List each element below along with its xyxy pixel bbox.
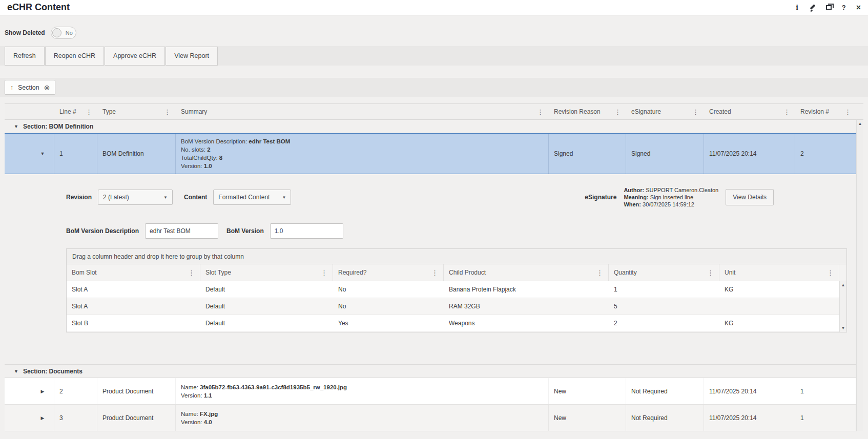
- slot-row[interactable]: Slot B Default Yes Weapons 2 KG: [67, 315, 846, 332]
- column-menu-icon[interactable]: ⋮: [430, 269, 439, 277]
- remove-group-icon[interactable]: ⊗: [44, 83, 50, 92]
- cell-expand[interactable]: ▶: [31, 405, 54, 431]
- cell-expand[interactable]: ▼: [31, 134, 54, 174]
- section-header-bom-definition[interactable]: ▼ Section: BOM Definition: [5, 120, 863, 133]
- collapse-icon[interactable]: ▼: [14, 124, 18, 129]
- titlebar-icons: i ? ×: [796, 4, 861, 12]
- cell-drag: [5, 134, 31, 174]
- cell-required: Yes: [333, 320, 444, 327]
- show-deleted-row: Show Deleted No: [5, 27, 868, 39]
- cell-drag: [5, 405, 31, 431]
- column-menu-icon[interactable]: ⋮: [613, 108, 622, 116]
- esignature-details: Author: SUPPORT Cameron.Cleaton Meaning:…: [624, 186, 718, 208]
- cell-created: 11/07/2025 20:14: [704, 405, 795, 431]
- refresh-button[interactable]: Refresh: [5, 47, 45, 66]
- bom-version-description-input[interactable]: [145, 223, 218, 239]
- view-report-button[interactable]: View Report: [166, 47, 218, 66]
- bom-version-input[interactable]: [270, 223, 343, 239]
- vertical-scrollbar[interactable]: ▲: [856, 120, 863, 431]
- cell-child-product: Banana Protein Flapjack: [444, 286, 609, 293]
- sort-ascending-icon[interactable]: ↑: [10, 84, 13, 91]
- column-header-required[interactable]: Required? ⋮: [333, 264, 444, 281]
- column-header-expand: [31, 104, 54, 119]
- main-grid-body: ▲ ▼ Section: BOM Definition ▼ 1 BOM Defi…: [5, 120, 863, 431]
- column-menu-icon[interactable]: ⋮: [826, 269, 835, 277]
- scroll-up-icon[interactable]: ▲: [858, 121, 862, 431]
- revision-dropdown[interactable]: 2 (Latest) ▼: [98, 190, 173, 205]
- column-menu-icon[interactable]: ⋮: [595, 269, 604, 277]
- column-menu-icon[interactable]: ⋮: [706, 269, 715, 277]
- cell-revision-reason: New: [549, 405, 626, 431]
- section-header-documents[interactable]: ▼ Section: Documents: [5, 365, 863, 378]
- group-chip-section[interactable]: ↑ Section ⊗: [5, 80, 55, 95]
- column-header-quantity[interactable]: Quantity ⋮: [609, 264, 719, 281]
- reopen-echr-button[interactable]: Reopen eCHR: [45, 47, 104, 66]
- slot-row[interactable]: Slot A Default No Banana Protein Flapjac…: [67, 281, 846, 298]
- view-details-button[interactable]: View Details: [726, 189, 774, 205]
- cell-revision-number: 2: [795, 134, 856, 174]
- close-icon[interactable]: ×: [856, 4, 861, 12]
- cell-quantity: 2: [609, 320, 719, 327]
- column-menu-icon[interactable]: ⋮: [320, 269, 328, 277]
- column-menu-icon[interactable]: ⋮: [187, 269, 196, 277]
- edit-icon[interactable]: [809, 4, 816, 11]
- chevron-down-icon: ▼: [282, 195, 286, 200]
- esignature-label: eSignature: [585, 194, 616, 201]
- bom-version-label: BoM Version: [226, 227, 264, 235]
- column-header-child-product[interactable]: Child Product ⋮: [444, 264, 609, 281]
- cell-child-product: Weapons: [444, 320, 609, 327]
- collapse-icon[interactable]: ▼: [40, 151, 45, 156]
- column-menu-icon[interactable]: ⋮: [691, 108, 700, 116]
- document-row[interactable]: ▶ 3 Product Document Name: FX.jpg Versio…: [5, 405, 863, 431]
- column-header-created[interactable]: Created ⋮: [704, 104, 795, 119]
- column-header-esignature[interactable]: eSignature ⋮: [626, 104, 704, 119]
- bom-definition-row[interactable]: ▼ 1 BOM Definition BoM Version Descripti…: [5, 133, 863, 174]
- column-menu-icon[interactable]: ⋮: [782, 108, 791, 116]
- column-header-summary[interactable]: Summary ⋮: [176, 104, 549, 119]
- show-deleted-label: Show Deleted: [5, 29, 45, 36]
- group-panel: ↑ Section ⊗: [0, 78, 868, 97]
- collapse-icon[interactable]: ▼: [14, 369, 18, 374]
- document-row[interactable]: ▶ 2 Product Document Name: 3fa05b72-fb63…: [5, 378, 863, 405]
- restore-window-icon[interactable]: [826, 5, 832, 10]
- content-dropdown[interactable]: Formatted Content ▼: [213, 190, 291, 205]
- vertical-scrollbar[interactable]: ▲ ▼: [839, 281, 846, 332]
- cell-drag: [5, 378, 31, 404]
- cell-summary: BoM Version Description: edhr Test BOM N…: [176, 134, 549, 174]
- cell-type: BOM Definition: [97, 134, 176, 174]
- expand-icon[interactable]: ▶: [41, 415, 45, 421]
- column-header-line[interactable]: Line # ⋮: [54, 104, 97, 119]
- column-menu-icon[interactable]: ⋮: [843, 108, 852, 116]
- column-header-bom-slot[interactable]: Bom Slot ⋮: [67, 264, 200, 281]
- column-header-revision-reason[interactable]: Revision Reason ⋮: [549, 104, 626, 119]
- help-icon[interactable]: ?: [842, 4, 846, 11]
- cell-required: No: [333, 303, 444, 310]
- cell-line: 2: [54, 378, 97, 404]
- revision-label: Revision: [66, 194, 92, 201]
- column-header-revision-number[interactable]: Revision # ⋮: [795, 104, 856, 119]
- cell-slot-type: Default: [200, 303, 333, 310]
- show-deleted-toggle[interactable]: No: [51, 27, 76, 39]
- column-header-type[interactable]: Type ⋮: [97, 104, 176, 119]
- cell-type: Product Document: [97, 405, 176, 431]
- column-menu-icon[interactable]: ⋮: [85, 108, 93, 116]
- column-header-slot-type[interactable]: Slot Type ⋮: [200, 264, 333, 281]
- scroll-up-icon[interactable]: ▲: [841, 283, 845, 287]
- expand-icon[interactable]: ▶: [41, 389, 45, 394]
- cell-esignature: Signed: [626, 134, 704, 174]
- column-header-unit[interactable]: Unit ⋮: [719, 264, 839, 281]
- column-menu-icon[interactable]: ⋮: [536, 108, 545, 116]
- chevron-down-icon: ▼: [163, 195, 168, 200]
- approve-echr-button[interactable]: Approve eCHR: [105, 47, 165, 66]
- slot-row[interactable]: Slot A Default No RAM 32GB 5: [67, 298, 846, 315]
- group-by-hint: Drag a column header and drop it here to…: [67, 249, 846, 264]
- column-menu-icon[interactable]: ⋮: [163, 108, 172, 116]
- cell-expand[interactable]: ▶: [31, 378, 54, 404]
- cell-type: Product Document: [97, 378, 176, 404]
- info-icon[interactable]: i: [796, 4, 798, 11]
- cell-quantity: 5: [609, 303, 719, 310]
- cell-slot-type: Default: [200, 286, 333, 293]
- cell-bom-slot: Slot A: [67, 303, 200, 310]
- slot-grid-body: Slot A Default No Banana Protein Flapjac…: [67, 281, 846, 332]
- scroll-down-icon[interactable]: ▼: [841, 326, 845, 330]
